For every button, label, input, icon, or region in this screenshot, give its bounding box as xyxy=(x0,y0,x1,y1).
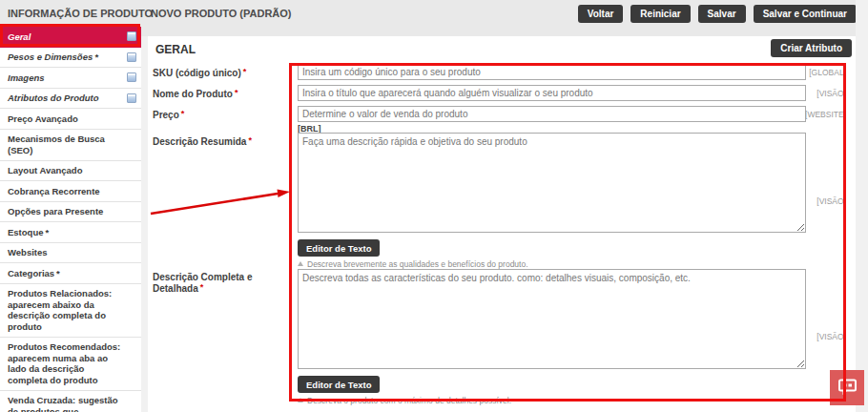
sidebar-item-label: Geral xyxy=(8,31,31,42)
required-mark: * xyxy=(243,67,247,76)
full-description-label: Descrição Completa e Detalhada* xyxy=(153,272,294,294)
price-input[interactable] xyxy=(298,106,806,122)
required-mark: * xyxy=(200,282,204,292)
price-scope-label: [WEBSITE] xyxy=(800,110,846,119)
sidebar-item-produtos-recomendados[interactable]: Produtos Recomendados: aparecem numa aba… xyxy=(0,338,141,391)
sidebar-item-geral[interactable]: Geral xyxy=(0,27,141,48)
sidebar-item-label: Categorias xyxy=(8,268,54,278)
short-description-editor-button[interactable]: Editor de Texto xyxy=(298,239,380,257)
required-mark: * xyxy=(94,52,98,62)
sidebar-item-imagens[interactable]: Imagens xyxy=(0,68,141,89)
page-right-margin xyxy=(856,0,868,412)
sidebar-item-label: Opções para Presente xyxy=(8,206,103,216)
required-mark: * xyxy=(56,268,60,278)
sku-label: SKU (código único)* xyxy=(153,67,294,78)
sidebar-item-label: Imagens xyxy=(8,72,45,83)
sidebar-item-label: Produtos Relacionados: aparecem abaixo d… xyxy=(8,288,112,332)
chat-bubble-icon xyxy=(837,378,858,399)
toolbar: Voltar Reiniciar Salvar Salvar e Continu… xyxy=(578,5,857,23)
short-description-textarea[interactable] xyxy=(298,133,806,233)
sidebar-item-categorias[interactable]: Categorias* xyxy=(0,263,141,284)
sku-scope-label: [GLOBAL] xyxy=(800,68,846,77)
create-attribute-button[interactable]: Criar Atributo xyxy=(771,39,852,57)
required-mark: * xyxy=(181,109,185,118)
short-description-label: Descrição Resumida* xyxy=(153,135,294,147)
sidebar-item-label: Preço Avançado xyxy=(8,113,78,124)
sidebar-item-pesos-dimensoes[interactable]: Pesos e Dimensões* xyxy=(0,48,141,69)
sidebar-item-seo[interactable]: Mecanismos de Busca (SEO) xyxy=(0,130,141,161)
form-section-icon xyxy=(127,52,136,62)
sidebar-item-atributos[interactable]: Atributos do Produto xyxy=(0,89,141,110)
sidebar-item-label: Mecanismos de Busca (SEO) xyxy=(8,134,105,155)
required-mark: * xyxy=(45,227,49,237)
back-button[interactable]: Voltar xyxy=(578,5,624,23)
sidebar-item-label: Cobrança Recorrente xyxy=(8,186,100,196)
sidebar-item-venda-cruzada[interactable]: Venda Cruzada: sugestão de produtos que … xyxy=(0,391,141,412)
feedback-button[interactable] xyxy=(830,370,864,405)
sidebar-item-label: Produtos Recomendados: aparecem numa aba… xyxy=(8,341,120,385)
general-form-panel: GERAL Criar Atributo SKU (código único)*… xyxy=(148,36,856,412)
sidebar-item-opcoes-presente[interactable]: Opções para Presente xyxy=(0,202,141,223)
full-description-note: Descreva o produto com o máximo de detal… xyxy=(298,396,511,405)
full-description-editor-button[interactable]: Editor de Texto xyxy=(298,376,380,393)
sidebar-item-estoque[interactable]: Estoque* xyxy=(0,222,141,243)
short-description-scope-label: [VISÃO] xyxy=(800,196,846,206)
sidebar-item-label: Websites xyxy=(8,247,48,258)
note-marker-icon xyxy=(298,261,303,266)
form-section-icon xyxy=(127,93,136,103)
sidebar-title: INFORMAÇÃO DE PRODUTO xyxy=(8,8,153,19)
price-label: Preço* xyxy=(153,109,294,120)
product-name-input[interactable] xyxy=(298,85,806,101)
sidebar-item-label: Atributos do Produto xyxy=(8,93,99,103)
sidebar-item-label: Pesos e Dimensões xyxy=(8,52,93,62)
section-title: GERAL xyxy=(155,43,196,56)
sidebar-item-layout-avancado[interactable]: Layout Avançado xyxy=(0,161,141,182)
sidebar-item-label: Layout Avançado xyxy=(8,165,82,175)
product-info-sidebar: Geral Pesos e Dimensões* Imagens Atribut… xyxy=(0,27,141,383)
required-mark: * xyxy=(248,135,252,145)
sku-input[interactable] xyxy=(298,64,806,80)
reset-button[interactable]: Reiniciar xyxy=(630,5,690,23)
sidebar-item-produtos-relacionados[interactable]: Produtos Relacionados: aparecem abaixo d… xyxy=(0,284,141,338)
form-section-icon xyxy=(127,72,136,82)
full-description-textarea[interactable] xyxy=(298,269,806,369)
form-section-icon xyxy=(127,31,136,41)
sidebar-item-websites[interactable]: Websites xyxy=(0,243,141,264)
product-name-scope-label: [VISÃO] xyxy=(800,89,846,98)
short-description-note: Descreva brevemente as qualidades e bene… xyxy=(298,259,528,269)
sidebar-item-label: Venda Cruzada: sugestão de produtos que … xyxy=(8,395,118,412)
save-button[interactable]: Salvar xyxy=(698,5,746,23)
required-mark: * xyxy=(235,88,238,97)
sidebar-item-cobranca-recorrente[interactable]: Cobrança Recorrente xyxy=(0,181,141,202)
sidebar-item-preco-avancado[interactable]: Preço Avançado xyxy=(0,109,141,130)
page-title: NOVO PRODUTO (PADRÃO) xyxy=(151,8,292,19)
product-name-label: Nome do Produto* xyxy=(153,88,294,99)
full-description-scope-label: [VISÃO] xyxy=(800,332,846,341)
sidebar-item-label: Estoque xyxy=(8,227,43,237)
save-continue-button[interactable]: Salvar e Continuar xyxy=(754,5,857,23)
note-marker-icon xyxy=(298,398,303,402)
